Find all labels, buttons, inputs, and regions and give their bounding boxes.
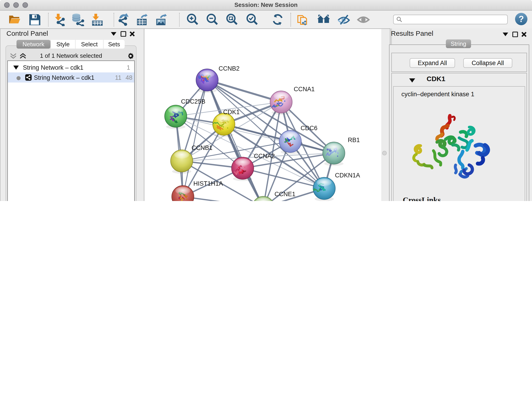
svg-text:RB1: RB1 <box>348 137 360 143</box>
svg-text:CDC6: CDC6 <box>301 125 317 132</box>
svg-text:CDK1: CDK1 <box>223 109 240 115</box>
svg-text:CCNB2: CCNB2 <box>219 65 240 72</box>
svg-text:CCNE1: CCNE1 <box>274 191 296 198</box>
svg-text:CCNA1: CCNA1 <box>294 86 315 93</box>
svg-text:CDKN1A: CDKN1A <box>335 172 360 179</box>
svg-text:CCNA2: CCNA2 <box>254 153 275 160</box>
svg-text:CDC25B: CDC25B <box>181 98 206 105</box>
svg-text:CCNB1: CCNB1 <box>191 144 213 151</box>
svg-text:HIST1H1A: HIST1H1A <box>193 180 223 187</box>
